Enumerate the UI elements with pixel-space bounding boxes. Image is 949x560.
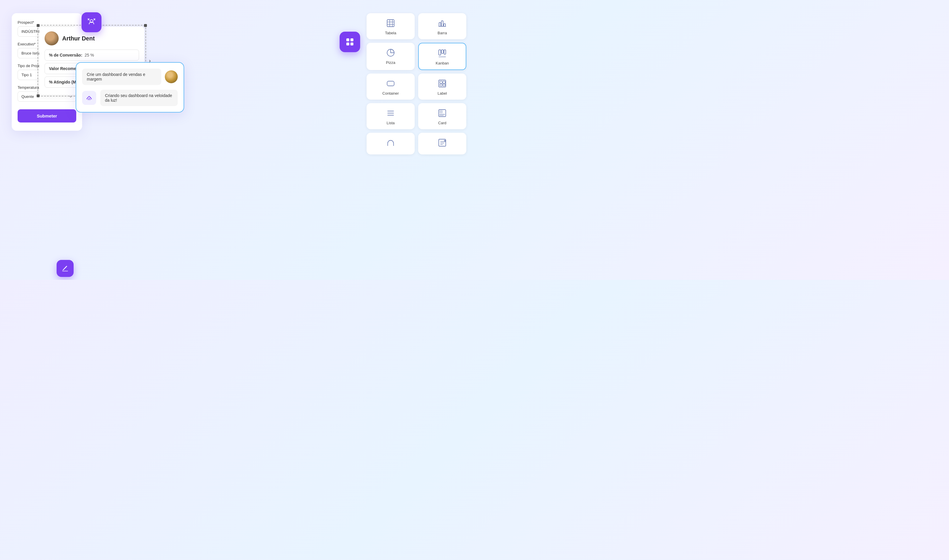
- chat-card: Crie um dashboard de vendas e margem Cri…: [76, 62, 184, 112]
- widget-label[interactable]: Label: [418, 74, 466, 100]
- prospect-label: Prospect*: [18, 20, 76, 25]
- svg-rect-20: [387, 81, 394, 86]
- widget-container[interactable]: Container: [367, 74, 415, 100]
- svg-rect-17: [441, 50, 443, 53]
- kanban-label: Kanban: [436, 61, 449, 65]
- widget-pizza[interactable]: Pizza: [367, 43, 415, 70]
- widget-grid: Tabela Barra Pizza: [367, 13, 466, 158]
- svg-rect-24: [440, 84, 442, 86]
- widget-barra[interactable]: Barra: [418, 13, 466, 39]
- widget-row-3: Container Label: [367, 74, 466, 100]
- svg-rect-3: [350, 38, 353, 41]
- bot-logo-svg: [85, 93, 94, 103]
- svg-rect-12: [441, 21, 443, 26]
- profile-header: Arthur Dent: [45, 31, 139, 45]
- svg-text:T: T: [444, 140, 446, 142]
- widget-kanban[interactable]: Kanban: [418, 43, 466, 70]
- label-label: Label: [438, 91, 447, 95]
- widget-lista[interactable]: Lista: [367, 103, 415, 129]
- svg-rect-13: [444, 24, 446, 26]
- tabela-label: Tabela: [385, 31, 396, 35]
- stat-conversion-label: % de Conversão:: [49, 53, 82, 57]
- list-icon: [386, 108, 395, 118]
- svg-rect-5: [350, 43, 353, 45]
- avatar-image: [45, 31, 59, 45]
- avatar: [45, 31, 59, 45]
- user-message: Crie um dashboard de vendas e margem: [82, 69, 178, 85]
- widget-row-1: Tabela Barra: [367, 13, 466, 39]
- bar-chart-icon: [438, 18, 447, 28]
- svg-rect-23: [443, 81, 445, 83]
- user-avatar: [165, 70, 178, 83]
- svg-rect-30: [440, 111, 443, 113]
- corner-handle-tr[interactable]: [144, 24, 147, 27]
- widget-row-2: Pizza Kanban: [367, 43, 466, 70]
- user-bubble: Crie um dashboard de vendas e margem: [82, 69, 161, 85]
- widget-tabela[interactable]: Tabela: [367, 13, 415, 39]
- svg-rect-4: [346, 43, 349, 45]
- pen-svg: [61, 264, 69, 273]
- container-label: Container: [383, 91, 399, 95]
- pizza-label: Pizza: [386, 60, 395, 65]
- kanban-icon: [438, 49, 447, 58]
- svg-rect-6: [387, 20, 394, 27]
- pen-icon[interactable]: [57, 260, 74, 277]
- card-label: Card: [438, 121, 446, 125]
- text-box-icon: T: [438, 138, 447, 148]
- touch-svg: [86, 17, 97, 28]
- barra-label: Barra: [438, 31, 447, 35]
- label-icon: [438, 79, 447, 88]
- arch-icon: [386, 138, 395, 148]
- widget-text-box[interactable]: T: [418, 133, 466, 154]
- svg-rect-11: [439, 23, 441, 26]
- bot-bubble: Criando seu dashboard na veloidade da lu…: [100, 90, 178, 106]
- profile-name: Arthur Dent: [62, 35, 95, 42]
- widget-card[interactable]: Card: [418, 103, 466, 129]
- lista-label: Lista: [387, 121, 394, 125]
- stat-conversion: % de Conversão: 25 %: [45, 49, 139, 61]
- widget-row-4: Lista Card: [367, 103, 466, 129]
- widget-row-5: T: [367, 133, 466, 154]
- table-icon: [386, 18, 395, 28]
- apps-svg: [344, 36, 355, 48]
- container-icon: [386, 79, 395, 88]
- bot-icon: [82, 91, 96, 105]
- widget-arch[interactable]: [367, 133, 415, 154]
- submit-button[interactable]: Submeter: [18, 109, 76, 123]
- corner-handle-tl[interactable]: [37, 24, 40, 27]
- card-icon: [438, 108, 447, 118]
- apps-icon[interactable]: [339, 32, 360, 52]
- drag-touch-icon[interactable]: [82, 12, 102, 32]
- svg-rect-18: [444, 50, 446, 54]
- pie-chart-icon: [386, 48, 395, 57]
- svg-rect-25: [443, 84, 445, 86]
- svg-rect-2: [346, 38, 349, 41]
- bot-message: Criando seu dashboard na veloidade da lu…: [82, 90, 178, 106]
- corner-handle-bl[interactable]: [37, 94, 40, 97]
- stat-conversion-value: 25 %: [83, 53, 94, 57]
- svg-rect-22: [440, 81, 442, 83]
- svg-rect-16: [439, 50, 441, 55]
